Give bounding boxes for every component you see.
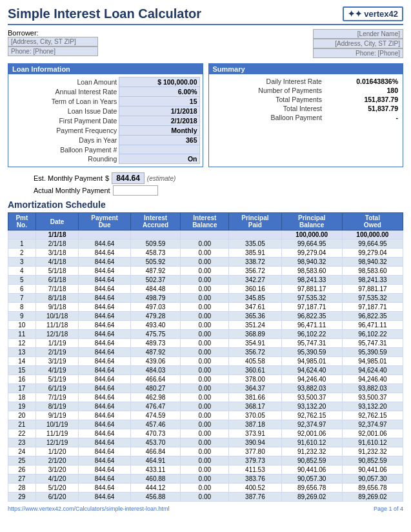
page-header: Simple Interest Loan Calculator ✦✦ verte…	[8, 6, 403, 25]
amort-interest-accrued: 487.92	[130, 267, 181, 276]
amort-row: 14 3/1/19 844.64 439.06 0.00 405.58 94,9…	[8, 357, 403, 366]
loan-field-value[interactable]: Monthly	[119, 126, 199, 136]
amort-date: 10/1/18	[35, 312, 79, 321]
loan-field-value[interactable]: 1/1/2018	[119, 107, 199, 116]
amort-row: 9 10/1/18 844.64 479.28 0.00 365.36 96,8…	[8, 312, 403, 321]
amort-interest-balance: 0.00	[181, 384, 229, 393]
amort-total-owed: 96,102.22	[342, 330, 403, 339]
loan-field-label: Payment Frequency	[11, 126, 119, 136]
summary-field-value: 0.01643836%	[324, 77, 400, 86]
loan-field-value[interactable]: 365	[119, 136, 199, 145]
amort-principal-paid: 356.72	[229, 267, 281, 276]
loan-field-label: Rounding	[11, 154, 119, 164]
amort-pmt-no: 10	[8, 321, 36, 330]
amort-date: 5/1/20	[35, 484, 79, 493]
amort-payment: 844.64	[79, 294, 130, 303]
amort-date: 7/1/18	[35, 285, 79, 294]
amort-pmt-no: 16	[8, 375, 36, 384]
amort-principal-paid: 411.53	[229, 466, 281, 475]
amort-principal-paid: 338.72	[229, 258, 281, 267]
amort-pmt-no: 6	[8, 285, 36, 294]
amort-principal-paid: 364.37	[229, 384, 281, 393]
amort-pmt-no: 15	[8, 366, 36, 375]
amort-interest-accrued: 475.75	[130, 330, 181, 339]
amort-row: 11 12/1/18 844.64 475.75 0.00 368.89 96,…	[8, 330, 403, 339]
summary-header: Summary	[209, 64, 403, 74]
amort-cell: 100,000.00	[281, 230, 342, 240]
amort-title: Amortization Schedule	[8, 200, 403, 210]
amort-row: 6 7/1/18 844.64 484.48 0.00 360.16 97,88…	[8, 285, 403, 294]
amort-interest-accrued: 439.06	[130, 357, 181, 366]
amort-pmt-no: 3	[8, 258, 36, 267]
amort-row: 2 3/1/18 844.64 458.73 0.00 385.91 99,27…	[8, 249, 403, 258]
amort-date: 3/1/18	[35, 249, 79, 258]
amort-interest-accrued: 444.12	[130, 484, 181, 493]
amort-interest-balance: 0.00	[181, 484, 229, 493]
amort-total-owed: 94,985.01	[342, 357, 403, 366]
amort-interest-accrued: 466.64	[130, 375, 181, 384]
amort-total-owed: 89,656.78	[342, 484, 403, 493]
amort-principal-paid: 342.27	[229, 276, 281, 285]
logo: ✦✦ vertex42	[343, 6, 403, 21]
borrower-lender-section: Borrower: [Address, City, ST ZIP] Phone:…	[8, 29, 403, 58]
amort-pmt-no: 4	[8, 267, 36, 276]
loan-field-label: Annual Interest Rate	[11, 87, 119, 97]
amort-payment: 844.64	[79, 258, 130, 267]
footer-url[interactable]: https://www.vertex42.com/Calculators/sim…	[8, 506, 170, 512]
amort-payment: 844.64	[79, 285, 130, 294]
summary-row: Daily Interest Rate0.01643836%	[212, 77, 401, 86]
amort-principal-balance: 90,852.59	[281, 456, 342, 466]
footer: https://www.vertex42.com/Calculators/sim…	[8, 506, 403, 512]
amort-interest-balance: 0.00	[181, 240, 229, 249]
amort-payment: 844.64	[79, 393, 130, 402]
loan-info-table: Loan Amount$ 100,000.00Annual Interest R…	[11, 77, 200, 164]
borrower-label: Borrower:	[8, 29, 98, 37]
loan-field-value[interactable]: $ 100,000.00	[119, 77, 199, 87]
amort-pmt-no: 17	[8, 384, 36, 393]
loan-field-value[interactable]: 15	[119, 97, 199, 107]
amort-pmt-no: 14	[8, 357, 36, 366]
loan-field-value[interactable]: 6.00%	[119, 87, 199, 97]
amort-payment: 844.64	[79, 493, 130, 502]
est-dollar: $	[105, 174, 109, 182]
amort-date: 9/1/18	[35, 303, 79, 312]
amort-row: 3 4/1/18 844.64 505.92 0.00 338.72 98,94…	[8, 258, 403, 267]
amort-payment: 844.64	[79, 438, 130, 447]
amort-interest-accrued: 466.84	[130, 447, 181, 456]
amort-principal-balance: 90,057.30	[281, 475, 342, 484]
borrower-phone[interactable]: Phone: [Phone]	[8, 46, 98, 56]
amort-interest-accrued: 509.59	[130, 240, 181, 249]
amort-pmt-no: 26	[8, 466, 36, 475]
amort-pmt-no: 20	[8, 411, 36, 420]
lender-phone[interactable]: Phone: [Phone]	[313, 48, 403, 58]
amort-date: 2/1/20	[35, 456, 79, 466]
loan-field-value[interactable]: 2/1/2018	[119, 116, 199, 126]
amort-principal-paid: 347.61	[229, 303, 281, 312]
amort-interest-balance: 0.00	[181, 447, 229, 456]
amort-principal-paid: 400.52	[229, 484, 281, 493]
amort-total-owed: 97,535.32	[342, 294, 403, 303]
amort-pmt-no: 25	[8, 456, 36, 466]
amort-date: 11/1/18	[35, 321, 79, 330]
amort-date: 4/1/19	[35, 366, 79, 375]
loan-field-value[interactable]	[119, 145, 199, 154]
actual-payment-input[interactable]	[113, 185, 158, 196]
lender-address[interactable]: [Address, City, ST ZIP]	[313, 39, 403, 48]
amort-principal-paid: 335.05	[229, 240, 281, 249]
amort-principal-paid: 373.91	[229, 429, 281, 438]
amort-payment: 844.64	[79, 402, 130, 411]
amort-pmt-no: 1	[8, 240, 36, 249]
amort-date: 12/1/18	[35, 330, 79, 339]
amort-payment: 844.64	[79, 456, 130, 466]
borrower-address[interactable]: [Address, City, ST ZIP]	[8, 37, 98, 46]
amort-payment: 844.64	[79, 411, 130, 420]
loan-field-value[interactable]: On	[119, 154, 199, 164]
amort-total-owed: 96,471.11	[342, 321, 403, 330]
amort-total-owed: 92,762.15	[342, 411, 403, 420]
summary-field-label: Daily Interest Rate	[212, 77, 324, 86]
amort-total-owed: 93,882.03	[342, 384, 403, 393]
amort-row: 8 9/1/18 844.64 497.03 0.00 347.61 97,18…	[8, 303, 403, 312]
lender-name[interactable]: [Lender Name]	[313, 29, 403, 39]
amort-total-owed: 94,246.40	[342, 375, 403, 384]
amort-date: 4/1/20	[35, 475, 79, 484]
